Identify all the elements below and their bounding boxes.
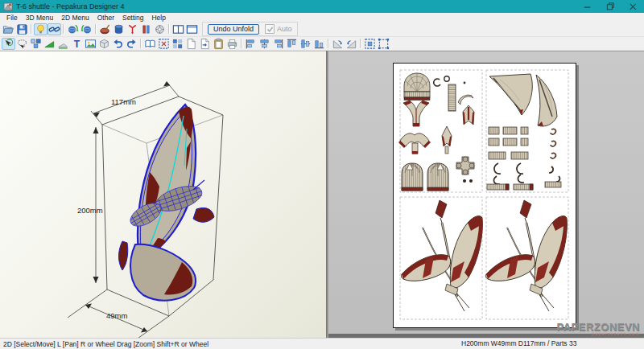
select-region-button[interactable]: [377, 38, 390, 50]
show-3d-button[interactable]: [97, 38, 111, 50]
menu-item-2d-menu[interactable]: 2D Menu: [57, 14, 93, 22]
rotate-part-left-button[interactable]: [331, 38, 345, 50]
auto-label: Auto: [277, 25, 292, 33]
save-button[interactable]: [15, 23, 29, 35]
rotate-model-left-button[interactable]: [66, 23, 80, 35]
split-window-button[interactable]: [171, 23, 185, 35]
select-region-icon: [378, 38, 390, 50]
pattern-part[interactable]: [551, 129, 555, 158]
pattern-part-wing-assembly[interactable]: [485, 200, 567, 311]
auto-layout-icon: [171, 38, 184, 50]
print-icon: [226, 38, 238, 50]
select-part-button[interactable]: [29, 38, 43, 50]
pattern-part[interactable]: [494, 163, 560, 184]
align-top-button[interactable]: [285, 38, 299, 50]
pattern-page: [393, 63, 576, 328]
auto-layout-button[interactable]: [171, 38, 184, 50]
menu-item-3d-menu[interactable]: 3D Menu: [22, 14, 58, 22]
align-middle-icon: [299, 38, 312, 50]
minimize-button[interactable]: [576, 0, 599, 13]
auto-checkbox[interactable]: Auto: [265, 24, 292, 34]
align-bottom-button[interactable]: [312, 38, 326, 50]
pattern-part[interactable]: [456, 157, 474, 174]
move-page-button[interactable]: [198, 38, 212, 50]
texture-link-button[interactable]: [47, 23, 61, 35]
menu-item-setting[interactable]: Setting: [118, 14, 147, 22]
align-left-button[interactable]: [244, 38, 258, 50]
pattern-part[interactable]: [448, 84, 456, 111]
texture-light-button[interactable]: [34, 23, 47, 35]
align-right-button[interactable]: [271, 38, 285, 50]
status-hint: 2D [Select/Move] L [Pan] R or Wheel Drag…: [3, 340, 208, 348]
edge-mountain-button[interactable]: [43, 38, 56, 50]
rotate-part-right-button[interactable]: [345, 38, 358, 50]
pattern-part[interactable]: [463, 179, 473, 183]
svg-text:T: T: [74, 38, 80, 49]
pattern-part[interactable]: [489, 74, 532, 115]
align-top-icon: [286, 38, 298, 50]
select-move-icon: [2, 38, 14, 50]
open-folder-icon: [2, 23, 14, 35]
insert-text-button[interactable]: T: [70, 38, 84, 50]
align-middle-button[interactable]: [299, 38, 312, 50]
close-button[interactable]: [621, 0, 644, 13]
solid-view-icon: [113, 23, 125, 35]
viewport-3d[interactable]: 117mm 200mm 49mm: [0, 51, 326, 338]
app-icon: [3, 2, 13, 11]
edge-valley-button[interactable]: [56, 38, 70, 50]
pattern-part[interactable]: [427, 163, 448, 191]
menu-item-other[interactable]: Other: [93, 14, 118, 22]
page-view-button[interactable]: [143, 38, 157, 50]
pattern-part[interactable]: [404, 73, 430, 101]
pattern-part[interactable]: [536, 75, 557, 126]
rotate-part-left-icon: [332, 38, 344, 50]
undo-button[interactable]: [111, 38, 125, 50]
insert-image-button[interactable]: [84, 38, 97, 50]
undo-unfold-button[interactable]: Undo Unfold: [208, 24, 259, 35]
flip-texture-button[interactable]: [139, 23, 153, 35]
solid-view-button[interactable]: [112, 23, 126, 35]
pattern-part[interactable]: [403, 101, 429, 126]
save-icon: [16, 23, 28, 35]
joint-button[interactable]: [153, 23, 167, 35]
clipboard-button[interactable]: [212, 38, 225, 50]
pattern-part[interactable]: [442, 126, 452, 154]
toolbar-separator: [168, 24, 170, 34]
edge-valley-icon: [57, 38, 69, 50]
toolbar-separator: [328, 39, 329, 48]
select-move-button[interactable]: [2, 38, 15, 50]
split-window-icon: [172, 23, 184, 35]
pattern-part[interactable]: [402, 163, 423, 191]
open-folder-button[interactable]: [2, 23, 15, 35]
select-all-parts-button[interactable]: [363, 38, 377, 50]
pattern-part[interactable]: [458, 95, 473, 105]
select-lasso-button[interactable]: [15, 38, 29, 50]
align-center-h-button[interactable]: [258, 38, 271, 50]
toolbar-separator: [95, 24, 97, 34]
viewport-2d[interactable]: [328, 51, 644, 338]
menu-item-file[interactable]: File: [2, 14, 22, 22]
redo-button[interactable]: [125, 38, 138, 50]
toolbar-separator: [31, 24, 32, 34]
menu-item-help[interactable]: Help: [147, 14, 169, 22]
maximize-button[interactable]: [599, 0, 621, 13]
fit-view-button[interactable]: [157, 38, 171, 50]
axis-icon: [126, 23, 138, 35]
axis-button[interactable]: [126, 23, 139, 35]
flip-texture-icon: [140, 23, 152, 35]
pattern-part[interactable]: [463, 105, 474, 125]
pattern-part[interactable]: [398, 133, 431, 154]
checkbox-checked-icon: [265, 24, 275, 34]
print-button[interactable]: [225, 38, 239, 50]
align-left-icon: [245, 38, 257, 50]
pattern-part-wing-assembly[interactable]: [401, 200, 482, 311]
model-3d[interactable]: [119, 105, 215, 301]
material-button[interactable]: [98, 23, 112, 35]
material-icon: [99, 23, 111, 35]
status-model-size: H200mm W49mm D117mm / Parts 33: [461, 339, 576, 349]
add-page-button[interactable]: [184, 38, 198, 50]
rotate-model-right-button[interactable]: [80, 23, 93, 35]
single-window-button[interactable]: [185, 23, 199, 35]
pattern-part[interactable]: [489, 127, 528, 159]
page-view-icon: [144, 38, 156, 50]
